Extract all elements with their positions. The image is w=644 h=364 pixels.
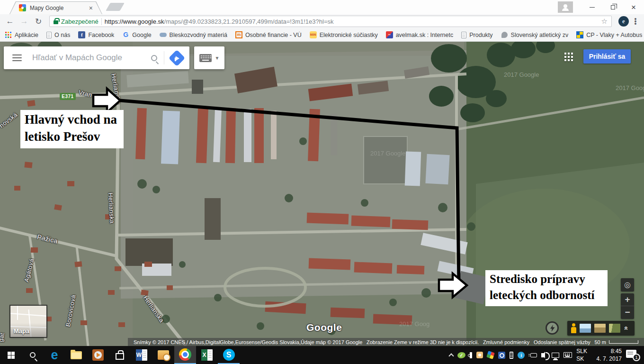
map-canvas[interactable]: E371 Vran novská Herlianska Herlianska H… <box>0 42 644 346</box>
taskbar-search-button[interactable] <box>22 346 44 364</box>
search-icon[interactable] <box>151 55 157 61</box>
bookmark-google[interactable]: GGoogle <box>122 31 151 38</box>
address-bar[interactable]: Zabezpečené https://www.google.sk/maps/@… <box>49 16 612 27</box>
person-icon <box>564 4 567 8</box>
annotation-entrance-label: Hlavný vchod na letisko Prešov <box>20 110 124 148</box>
search-input[interactable] <box>32 53 151 63</box>
extension-icon[interactable]: e <box>618 16 629 27</box>
edge-button[interactable]: e <box>44 346 65 364</box>
magnifier-tool-icon[interactable] <box>498 352 505 359</box>
keyboard-input-tool[interactable]: ▼ <box>194 46 224 69</box>
outlook-button[interactable] <box>152 346 174 364</box>
browser-menu-icon[interactable]: ••• <box>631 18 640 25</box>
restore-icon <box>611 5 615 9</box>
feedback-link[interactable]: Odoslanie spätnej väzby <box>534 339 590 345</box>
language-line: SLK <box>576 347 587 355</box>
tab-close-icon[interactable]: × <box>89 5 93 11</box>
bookmark-facebook[interactable]: fFacebook <box>78 31 114 38</box>
power-plug-icon[interactable] <box>530 353 537 357</box>
tab-content: Mapy Google × <box>9 1 102 14</box>
restore-button[interactable] <box>602 0 623 14</box>
chrome-icon <box>179 348 191 361</box>
usb-device-icon[interactable] <box>470 352 472 358</box>
action-center-button[interactable]: 1 <box>626 349 640 361</box>
back-button[interactable]: ← <box>4 17 16 26</box>
antivirus-check-icon[interactable]: ✓ <box>457 351 466 358</box>
bookmark-bleskozvodny[interactable]: Bleskozvodný materiá <box>160 31 227 38</box>
new-tab-button[interactable] <box>106 3 125 11</box>
bookmark-produkty[interactable]: Produkty <box>461 32 492 38</box>
menu-hamburger-icon[interactable] <box>12 55 22 61</box>
minimize-icon <box>590 7 595 8</box>
reload-button[interactable]: ↻ <box>32 17 45 27</box>
url-path: /maps/@49.0233823,21.2910597,499m/data=!… <box>164 18 334 25</box>
security-label: Zabezpečené <box>61 18 98 25</box>
media-player-button[interactable] <box>87 346 109 364</box>
search-divider <box>164 51 164 64</box>
imagery-thumbnail[interactable] <box>594 324 606 333</box>
store-button[interactable] <box>109 346 131 364</box>
bookmark-o-nas[interactable]: O nás <box>46 32 70 38</box>
word-button[interactable]: W <box>131 346 152 364</box>
system-tray: ✓ i SLK SK 8:45 4. 7. 2017 1 <box>449 346 644 364</box>
favicon: SOS <box>310 31 317 38</box>
forward-button[interactable]: → <box>18 17 30 26</box>
my-location-button[interactable]: ◎ <box>621 278 634 291</box>
zoom-in-button[interactable]: + <box>621 293 634 306</box>
search-icon <box>30 352 36 358</box>
url-text[interactable]: https://www.google.sk/maps/@49.0233823,2… <box>105 18 599 25</box>
chevron-up-icon[interactable]: « <box>623 326 631 330</box>
speaker-icon[interactable] <box>541 353 544 357</box>
file-explorer-button[interactable] <box>65 346 87 364</box>
minimize-button[interactable] <box>581 0 602 14</box>
directions-button[interactable] <box>169 49 185 66</box>
bookmark-star-icon[interactable]: ☆ <box>601 17 608 26</box>
touch-keyboard-icon[interactable] <box>564 352 572 358</box>
tray-expand-icon[interactable] <box>449 353 454 358</box>
media-player-icon <box>92 349 104 361</box>
bookmark-elektronicke[interactable]: SOSElektronické súčiastky <box>310 31 378 38</box>
bookmark-osobne-financie[interactable]: mOsobné financie - VÚ <box>235 31 302 38</box>
bookmark-label: Produkty <box>469 32 492 38</box>
windows-logo-icon <box>8 352 15 359</box>
lightning-mode-button[interactable] <box>546 321 559 335</box>
imagery-thumbnail[interactable] <box>580 324 591 333</box>
network-icon[interactable] <box>552 353 559 358</box>
chevron-down-icon[interactable]: ▼ <box>215 55 220 61</box>
google-g-icon: G <box>122 31 129 38</box>
destination-arrow-icon <box>439 273 467 297</box>
bookmark-atleticky[interactable]: Slovenský atletický zv <box>501 31 569 38</box>
browser-tab[interactable]: Mapy Google × <box>9 1 102 14</box>
zoom-out-button[interactable]: − <box>621 306 634 319</box>
bookmark-cp-vlaky[interactable]: CP - Vlaky + Autobus <box>576 31 642 38</box>
bookmark-avelmak[interactable]: ~avelmak.sk : Internetc <box>386 31 454 38</box>
keyboard-icon <box>199 54 212 62</box>
start-button[interactable] <box>0 346 22 364</box>
favicon <box>501 31 508 38</box>
tab-title: Mapy Google <box>30 5 85 11</box>
tray-app-icon[interactable] <box>476 352 483 358</box>
excel-button[interactable]: X <box>196 346 218 364</box>
info-icon[interactable]: i <box>518 352 525 359</box>
lightning-icon <box>550 325 555 332</box>
profile-button[interactable] <box>558 1 573 13</box>
close-button[interactable]: × <box>623 0 644 14</box>
bookmark-apps[interactable]: Aplikácie <box>5 31 38 38</box>
remote-device-icon[interactable] <box>510 352 513 359</box>
terms-link[interactable]: Zmluvné podmienky <box>483 339 529 345</box>
word-icon: W <box>136 349 147 361</box>
maps-search-card <box>4 46 189 69</box>
skype-icon: S <box>223 349 235 361</box>
graphics-utility-icon[interactable] <box>486 351 495 359</box>
pegman-icon[interactable] <box>571 323 576 333</box>
signin-button[interactable]: Prihlásiť sa <box>583 49 631 64</box>
google-apps-grid-button[interactable] <box>564 53 574 62</box>
clock[interactable]: 8:45 4. 7. 2017 <box>591 347 622 363</box>
imagery-thumbnail[interactable] <box>609 324 620 333</box>
language-indicator[interactable]: SLK SK <box>576 347 587 363</box>
skype-button[interactable]: S <box>218 346 240 364</box>
windows-taskbar: e W X S ✓ i SLK SK 8:45 <box>0 346 644 364</box>
chrome-button[interactable] <box>174 346 196 364</box>
minimap-toggle[interactable]: Mapa <box>10 306 46 337</box>
close-icon: × <box>631 3 636 11</box>
